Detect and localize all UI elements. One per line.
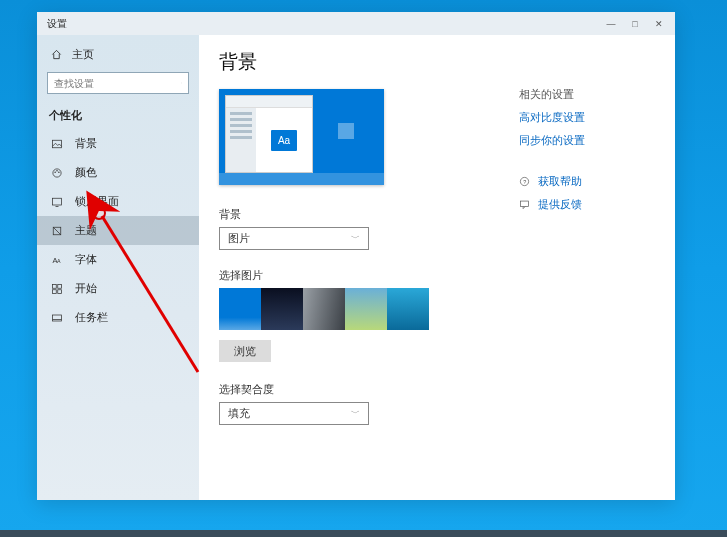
search-icon <box>181 77 182 89</box>
fit-value: 填充 <box>228 406 250 421</box>
home-label: 主页 <box>72 47 94 62</box>
sidebar-item-label: 主题 <box>75 223 97 238</box>
sync-link[interactable]: 同步你的设置 <box>519 133 669 148</box>
sidebar-item-start[interactable]: 开始 <box>37 274 199 303</box>
thumbnail-5[interactable] <box>387 288 429 330</box>
fit-select[interactable]: 填充 ﹀ <box>219 402 369 425</box>
os-taskbar <box>0 530 727 537</box>
svg-rect-20 <box>520 201 528 207</box>
fit-label: 选择契合度 <box>219 382 479 397</box>
page-title: 背景 <box>219 49 479 75</box>
preview-desktop-icon <box>338 123 354 139</box>
sidebar-item-colors[interactable]: 颜色 <box>37 158 199 187</box>
svg-rect-7 <box>53 198 62 205</box>
browse-button[interactable]: 浏览 <box>219 340 271 362</box>
svg-text:?: ? <box>523 179 526 185</box>
sidebar-item-label: 锁屏界面 <box>75 194 119 209</box>
titlebar: 设置 — □ ✕ <box>37 12 675 35</box>
help-label: 获取帮助 <box>538 174 582 189</box>
start-icon <box>51 283 63 295</box>
taskbar-icon <box>51 312 63 324</box>
thumbnail-row <box>219 288 479 330</box>
chevron-down-icon: ﹀ <box>351 407 360 420</box>
main-panel: 背景 Aa 背景 图片 ﹀ <box>199 35 675 500</box>
sidebar-item-label: 开始 <box>75 281 97 296</box>
maximize-button[interactable]: □ <box>623 14 647 34</box>
sidebar: 主页 个性化 背景 颜色 锁屏界面 <box>37 35 199 500</box>
minimize-button[interactable]: — <box>599 14 623 34</box>
background-value: 图片 <box>228 231 250 246</box>
settings-window: 设置 — □ ✕ 主页 个性化 背景 <box>37 12 675 500</box>
choose-picture-label: 选择图片 <box>219 268 479 283</box>
sidebar-item-label: 颜色 <box>75 165 97 180</box>
theme-icon <box>51 225 63 237</box>
window-controls: — □ ✕ <box>599 14 671 34</box>
thumbnail-4[interactable] <box>345 288 387 330</box>
svg-rect-16 <box>53 315 62 321</box>
svg-rect-13 <box>58 284 62 288</box>
svg-point-0 <box>181 83 182 84</box>
search-wrap <box>37 68 199 98</box>
help-link[interactable]: ? 获取帮助 <box>519 174 669 189</box>
svg-point-6 <box>58 171 60 173</box>
chevron-down-icon: ﹀ <box>351 232 360 245</box>
svg-point-4 <box>54 171 56 173</box>
svg-rect-14 <box>53 289 57 293</box>
contrast-link[interactable]: 高对比度设置 <box>519 110 669 125</box>
svg-rect-12 <box>53 284 57 288</box>
background-label: 背景 <box>219 207 479 222</box>
sidebar-item-themes[interactable]: 主题 <box>37 216 199 245</box>
window-title: 设置 <box>47 17 67 31</box>
section-heading: 个性化 <box>37 98 199 129</box>
sidebar-item-fonts[interactable]: AA 字体 <box>37 245 199 274</box>
home-icon <box>51 49 62 60</box>
thumbnail-2[interactable] <box>261 288 303 330</box>
preview-window: Aa <box>225 95 313 173</box>
desktop-preview: Aa <box>219 89 384 185</box>
feedback-link[interactable]: 提供反馈 <box>519 197 669 212</box>
lockscreen-icon <box>51 196 63 208</box>
feedback-icon <box>519 199 530 210</box>
preview-sample-text: Aa <box>271 130 297 151</box>
preview-taskbar <box>219 173 384 185</box>
sidebar-item-label: 任务栏 <box>75 310 108 325</box>
background-select[interactable]: 图片 ﹀ <box>219 227 369 250</box>
font-icon: AA <box>51 254 63 266</box>
related-panel: 相关的设置 高对比度设置 同步你的设置 ? 获取帮助 提供反馈 <box>519 49 669 486</box>
sidebar-item-lockscreen[interactable]: 锁屏界面 <box>37 187 199 216</box>
svg-text:A: A <box>57 258 61 264</box>
search-input[interactable] <box>47 72 189 94</box>
window-content: 主页 个性化 背景 颜色 锁屏界面 <box>37 35 675 500</box>
svg-rect-15 <box>58 289 62 293</box>
help-icon: ? <box>519 176 530 187</box>
feedback-label: 提供反馈 <box>538 197 582 212</box>
sidebar-item-label: 背景 <box>75 136 97 151</box>
search-field[interactable] <box>54 78 181 89</box>
close-button[interactable]: ✕ <box>647 14 671 34</box>
sidebar-nav: 背景 颜色 锁屏界面 主题 AA 字体 <box>37 129 199 332</box>
sidebar-item-label: 字体 <box>75 252 97 267</box>
palette-icon <box>51 167 63 179</box>
main-left-column: 背景 Aa 背景 图片 ﹀ <box>219 49 479 486</box>
related-heading: 相关的设置 <box>519 87 669 102</box>
thumbnail-1[interactable] <box>219 288 261 330</box>
picture-icon <box>51 138 63 150</box>
home-button[interactable]: 主页 <box>37 41 199 68</box>
thumbnail-3[interactable] <box>303 288 345 330</box>
sidebar-item-background[interactable]: 背景 <box>37 129 199 158</box>
sidebar-item-taskbar[interactable]: 任务栏 <box>37 303 199 332</box>
svg-point-5 <box>56 170 58 172</box>
svg-rect-2 <box>53 140 62 148</box>
